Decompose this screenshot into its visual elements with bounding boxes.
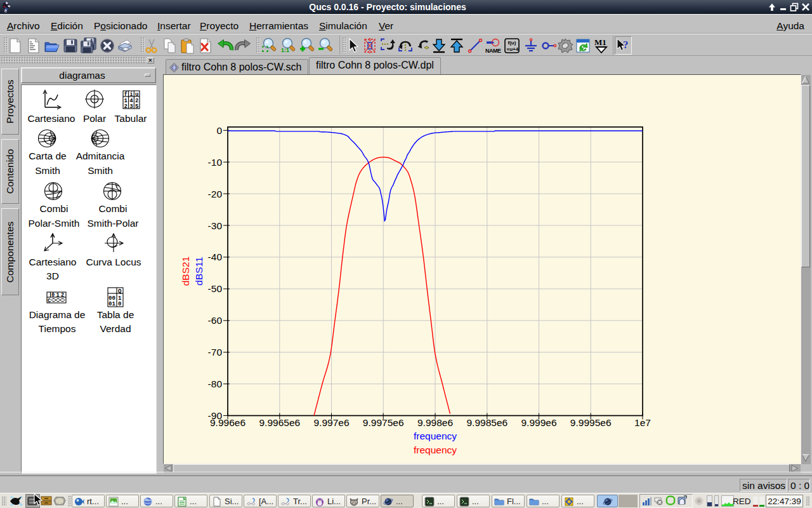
svg-text:-70: -70: [208, 347, 223, 358]
svg-text:9.999e6: 9.999e6: [521, 417, 556, 428]
svg-text:-50: -50: [208, 283, 223, 294]
svg-text:C: C: [48, 298, 51, 304]
svg-text:f: f: [124, 91, 128, 98]
svg-text:-20: -20: [208, 189, 223, 199]
svg-text:?: ?: [623, 39, 629, 51]
svg-text:-10: -10: [208, 157, 223, 168]
svg-text:9.9975e6: 9.9975e6: [363, 417, 404, 428]
svg-text:0: 0: [216, 125, 222, 136]
svg-text:-80: -80: [208, 378, 223, 389]
svg-text:f(u): f(u): [508, 40, 516, 46]
svg-text:3: 3: [129, 104, 133, 110]
svg-text:9.998e6: 9.998e6: [417, 417, 453, 428]
svg-text:dBS11: dBS11: [193, 257, 204, 285]
svg-text:frequency: frequency: [414, 444, 457, 455]
svg-text:1:1: 1:1: [281, 47, 289, 53]
svg-text:9.9965e6: 9.9965e6: [259, 417, 300, 428]
svg-text:5: 5: [135, 104, 138, 110]
svg-text:9.997e6: 9.997e6: [313, 417, 349, 428]
svg-text:2: 2: [124, 104, 128, 110]
svg-text:-40: -40: [208, 251, 223, 262]
svg-text:frequency: frequency: [414, 431, 457, 441]
svg-text:1e7: 1e7: [634, 417, 651, 428]
svg-text:M1: M1: [594, 37, 606, 47]
svg-text:9.9985e6: 9.9985e6: [466, 417, 508, 428]
svg-text:0: 0: [118, 301, 121, 307]
svg-text:NAME: NAME: [485, 48, 501, 54]
svg-text:-30: -30: [208, 220, 223, 231]
svg-text:u: u: [135, 91, 138, 98]
svg-text:9.996e6: 9.996e6: [210, 417, 246, 428]
svg-text:Q: Q: [118, 288, 122, 295]
svg-text:-60: -60: [208, 315, 223, 326]
svg-text:9.9995e6: 9.9995e6: [570, 417, 612, 428]
svg-text:dBS21: dBS21: [180, 257, 191, 286]
svg-text:0 1 2: 0 1 2: [51, 292, 64, 298]
svg-text:i: i: [129, 91, 133, 98]
svg-text:=u+4: =u+4: [507, 46, 519, 52]
svg-text:01: 01: [108, 301, 115, 307]
